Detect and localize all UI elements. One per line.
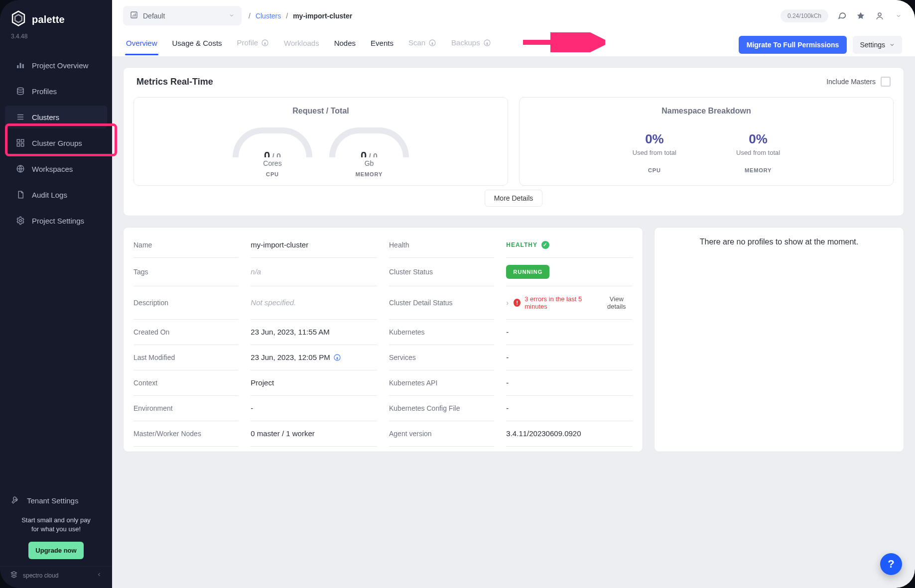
chart-icon — [130, 11, 138, 20]
tab-label: Backups — [451, 38, 480, 47]
detail-value: my-import-cluster — [251, 233, 377, 258]
migrate-button[interactable]: Migrate To Full Permissions — [739, 36, 847, 54]
sidebar-item-label: Clusters — [32, 113, 59, 121]
detail-value: - — [506, 345, 633, 370]
ns-cpu: 0% Used from total CPU — [633, 131, 676, 173]
gauge-cpu-value: 0 — [264, 149, 270, 157]
tab-label: Scan — [408, 38, 425, 47]
detail-value: - — [506, 320, 633, 345]
detail-value: - — [506, 370, 633, 396]
detail-label: Name — [133, 233, 239, 258]
collapse-sidebar-icon[interactable] — [96, 572, 102, 579]
detail-label: Environment — [133, 396, 239, 421]
tab-profile: Profile — [236, 33, 270, 56]
detail-value: - — [251, 396, 377, 421]
arrow-annotation — [521, 32, 605, 54]
info-icon — [333, 353, 341, 361]
settings-label: Settings — [860, 41, 885, 49]
wrench-icon — [11, 495, 20, 506]
tab-events[interactable]: Events — [370, 34, 394, 55]
sidebar-footer: spectro cloud — [0, 566, 112, 584]
detail-value: 23 Jun, 2023, 12:05 PM — [251, 345, 377, 370]
detail-value: n/a — [251, 258, 377, 286]
checkbox-icon — [881, 77, 891, 87]
upgrade-button[interactable]: Upgrade now — [28, 542, 83, 559]
error-text: !3 errors in the last 5 minutes — [514, 295, 595, 310]
sidebar-item-label: Tenant Settings — [27, 496, 78, 505]
breadcrumb-current: my-import-cluster — [293, 12, 352, 20]
view-details-button[interactable]: View details — [601, 293, 633, 312]
spectro-icon — [10, 571, 18, 580]
detail-label: Cluster Status — [389, 258, 494, 286]
gauge-cpu-total: / 0 — [272, 152, 281, 157]
detail-label: Health — [389, 233, 494, 258]
tab-label: Profile — [237, 38, 259, 47]
help-fab[interactable]: ? — [880, 553, 902, 575]
gauge-mem-value: 0 — [361, 149, 367, 157]
document-icon — [16, 190, 25, 199]
more-details-button[interactable]: More Details — [485, 190, 543, 207]
detail-value: 0 master / 1 worker — [251, 421, 377, 447]
chevron-right-icon[interactable]: › — [506, 298, 509, 307]
user-chevron-icon[interactable] — [893, 10, 904, 21]
info-icon — [428, 40, 436, 48]
detail-label: Tags — [133, 258, 239, 286]
detail-value: 23 Jun, 2023, 11:55 AM — [251, 320, 377, 345]
sidebar-item-label: Audit Logs — [32, 191, 67, 199]
detail-value: Project — [251, 370, 377, 396]
star-icon[interactable] — [855, 10, 866, 21]
check-circle-icon — [541, 241, 549, 249]
sidebar-item-workspaces[interactable]: Workspaces — [5, 157, 107, 180]
breadcrumb-link-clusters[interactable]: Clusters — [256, 12, 281, 20]
chart-bars-icon — [16, 61, 25, 70]
user-icon[interactable] — [874, 10, 885, 21]
svg-rect-7 — [21, 144, 24, 146]
no-profiles-text: There are no profiles to show at the mom… — [664, 237, 894, 246]
sidebar-item-label: Profiles — [32, 87, 57, 96]
include-masters-toggle[interactable]: Include Masters — [826, 77, 891, 87]
gauge-memory: 0/ 0 Gb MEMORY — [327, 127, 411, 177]
detail-value: Not specified. — [251, 286, 377, 320]
sidebar-item-audit-logs[interactable]: Audit Logs — [5, 183, 107, 206]
tab-backups: Backups — [450, 33, 492, 56]
credits-pill: 0.24/100kCh — [781, 9, 828, 22]
sidebar-item-tenant-settings[interactable]: Tenant Settings — [0, 488, 112, 513]
sidebar-item-label: Workspaces — [32, 165, 73, 173]
detail-label: Master/Worker Nodes — [133, 421, 239, 447]
health-badge: HEALTHY — [506, 241, 549, 249]
list-icon — [16, 113, 25, 121]
ns-mem-pct: 0% — [736, 131, 780, 147]
metrics-right-title: Namespace Breakdown — [528, 107, 884, 116]
scope-dropdown[interactable]: Default — [123, 6, 242, 25]
ns-mem-lab: MEMORY — [736, 167, 780, 173]
sidebar-item-cluster-groups[interactable]: Cluster Groups — [5, 131, 107, 154]
detail-label: Description — [133, 286, 239, 320]
svg-rect-4 — [17, 139, 19, 142]
tab-nodes[interactable]: Nodes — [333, 34, 357, 55]
detail-label: Kubernetes — [389, 320, 494, 345]
sidebar-item-label: Cluster Groups — [32, 139, 82, 147]
sidebar-item-profiles[interactable]: Profiles — [5, 80, 107, 103]
tab-usage-costs[interactable]: Usage & Costs — [171, 34, 223, 55]
chat-icon[interactable] — [836, 10, 847, 21]
sidebar-item-project-settings[interactable]: Project Settings — [5, 209, 107, 232]
detail-label: Cluster Detail Status — [389, 286, 494, 320]
gauge-cpu: 0/ 0 Cores CPU — [230, 127, 315, 177]
sidebar-item-project-overview[interactable]: Project Overview — [5, 54, 107, 77]
stack-icon — [16, 87, 25, 96]
gauge-cpu-unit: Cores — [263, 159, 281, 167]
sidebar-promo: Start small and only pay for what you us… — [0, 513, 112, 537]
brand-version: 3.4.48 — [0, 31, 112, 45]
ns-cpu-lab: CPU — [633, 167, 676, 173]
info-icon — [261, 40, 269, 48]
detail-label: Last Modified — [133, 345, 239, 370]
svg-rect-1 — [20, 63, 21, 69]
ns-mem-used: Used from total — [736, 149, 780, 156]
sidebar-item-clusters[interactable]: Clusters — [5, 106, 107, 128]
brand-logo-icon — [10, 10, 27, 29]
footer-text: spectro cloud — [23, 572, 58, 579]
tab-overview[interactable]: Overview — [125, 34, 158, 55]
svg-point-3 — [17, 88, 23, 90]
detail-label: Services — [389, 345, 494, 370]
settings-button[interactable]: Settings — [853, 36, 902, 54]
